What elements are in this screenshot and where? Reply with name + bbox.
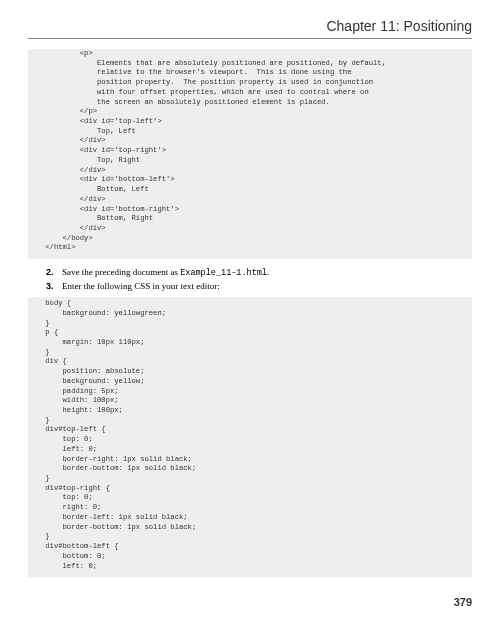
code-block-css: body { background: yellowgreen; } p { ma… xyxy=(28,297,472,577)
step-2-filename: Example_11-1.html xyxy=(180,268,267,278)
steps-list: 2. Save the preceding document as Exampl… xyxy=(46,267,472,291)
step-number: 2. xyxy=(46,267,62,278)
code-block-html: <p> Elements that are absolutely positio… xyxy=(28,49,472,259)
chapter-header: Chapter 11: Positioning xyxy=(28,18,472,39)
step-text: Enter the following CSS in your text edi… xyxy=(62,281,220,291)
step-2-part-c: . xyxy=(267,267,269,277)
step-number: 3. xyxy=(46,281,62,291)
step-2: 2. Save the preceding document as Exampl… xyxy=(46,267,472,278)
step-2-part-a: Save the preceding document as xyxy=(62,267,180,277)
step-3: 3. Enter the following CSS in your text … xyxy=(46,281,472,291)
page-number: 379 xyxy=(454,596,472,608)
step-text: Save the preceding document as Example_1… xyxy=(62,267,269,278)
